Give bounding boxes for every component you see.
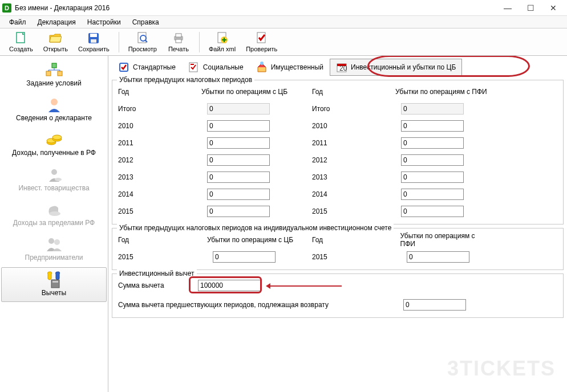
group-iis-losses: Убытки предыдущих налоговых периодов на … xyxy=(112,228,564,270)
checkbox-icon xyxy=(118,62,129,73)
menu-file[interactable]: Файл xyxy=(3,17,32,27)
close-button[interactable]: ✕ xyxy=(542,0,565,16)
svg-point-20 xyxy=(52,135,62,140)
check-button[interactable]: Проверить xyxy=(242,31,281,54)
create-button[interactable]: Создать xyxy=(6,31,37,54)
xml-icon xyxy=(216,32,229,44)
svg-rect-13 xyxy=(52,63,56,68)
year-cb-2015: 2015 xyxy=(118,207,144,215)
menu-declaration[interactable]: Декларация xyxy=(32,17,82,27)
income-abroad-icon xyxy=(44,201,64,218)
open-button[interactable]: Открыть xyxy=(40,31,71,54)
preview-icon xyxy=(136,32,149,44)
total-pfi-input xyxy=(401,103,464,115)
svg-text:20: 20 xyxy=(339,64,347,72)
year-cb-2014: 2014 xyxy=(118,190,144,198)
tab-social[interactable]: Социальные xyxy=(182,59,250,76)
svg-rect-3 xyxy=(91,39,96,43)
main-area: Задание условий Сведения о декларанте До… xyxy=(0,56,567,392)
nav-invest-partner[interactable]: Инвест. товарищества xyxy=(1,163,107,197)
year-cb-2011: 2011 xyxy=(118,139,144,147)
house-icon xyxy=(256,62,268,73)
group-iis-title: Убытки предыдущих налоговых периодов на … xyxy=(117,224,394,232)
cb-input-2011[interactable] xyxy=(207,137,270,149)
deduction-sum-input[interactable] xyxy=(198,280,261,291)
save-button[interactable]: Сохранить xyxy=(75,31,113,54)
check-icon xyxy=(256,32,268,44)
cb-input-2012[interactable] xyxy=(207,154,270,166)
svg-point-24 xyxy=(48,238,54,244)
tab-investment[interactable]: 20 Инвестиционный и убытки по ЦБ xyxy=(330,59,462,76)
new-file-icon xyxy=(15,32,27,44)
menu-help[interactable]: Справка xyxy=(127,17,165,27)
tab-property[interactable]: Имущественный xyxy=(250,59,330,76)
year-pfi-2012: 2012 xyxy=(312,156,338,164)
maximize-button[interactable]: ☐ xyxy=(519,0,542,16)
annotation-arrow xyxy=(268,285,342,287)
left-nav: Задание условий Сведения о декларанте До… xyxy=(0,56,108,392)
pfi-input-2013[interactable] xyxy=(401,172,464,183)
tabstrip: Стандартные Социальные Имущественный 20 … xyxy=(112,58,564,76)
iis-year-cb: 2015 xyxy=(118,253,144,261)
coins-icon xyxy=(44,131,64,148)
total-cb-input xyxy=(207,103,270,115)
nav-entrepreneurs[interactable]: Предприниматели xyxy=(1,232,107,266)
cb-input-2010[interactable] xyxy=(207,120,270,132)
svg-rect-30 xyxy=(191,64,194,65)
menubar: Файл Декларация Настройки Справка xyxy=(0,16,567,28)
year-header-cb: Год xyxy=(118,88,144,96)
iis-pfi-input[interactable] xyxy=(407,251,469,263)
toolbar: Создать Открыть Сохранить Просмотр Печат… xyxy=(0,28,567,56)
conditions-icon xyxy=(44,62,64,79)
pfi-input-2011[interactable] xyxy=(401,137,464,149)
svg-rect-12 xyxy=(257,32,265,43)
nav-income-rf[interactable]: Доходы, полученные в РФ xyxy=(1,128,107,161)
app-icon: D xyxy=(2,3,11,13)
tab-standard[interactable]: Стандартные xyxy=(112,59,182,76)
svg-point-31 xyxy=(260,62,264,65)
pfi-losses-header: Убытки по операциям с ПФИ xyxy=(395,88,487,96)
deduction-prev-label: Сумма вычета предшествующих периодов, по… xyxy=(118,301,346,309)
iis-cb-input[interactable] xyxy=(213,251,276,263)
nav-conditions[interactable]: Задание условий xyxy=(1,58,107,92)
svg-point-22 xyxy=(55,178,62,181)
xml-button[interactable]: Файл xml xyxy=(205,31,239,54)
cb-input-2014[interactable] xyxy=(207,189,270,200)
year-pfi-2015: 2015 xyxy=(312,207,338,215)
svg-rect-8 xyxy=(176,34,181,37)
entrepreneurs-icon xyxy=(44,236,64,253)
group-investment-deduction: Инвестиционный вычет Сумма вычета Сумма … xyxy=(112,273,564,318)
pfi-input-2015[interactable] xyxy=(401,206,464,217)
svg-rect-27 xyxy=(52,281,58,283)
invest-partner-icon xyxy=(44,166,64,183)
svg-rect-14 xyxy=(46,71,51,76)
year-header-pfi: Год xyxy=(312,88,338,96)
svg-point-23 xyxy=(49,211,60,216)
year-pfi-2013: 2013 xyxy=(312,173,338,181)
pfi-input-2010[interactable] xyxy=(401,120,464,132)
save-icon xyxy=(87,32,100,44)
preview-button[interactable]: Просмотр xyxy=(125,31,160,54)
deduction-prev-input[interactable] xyxy=(403,299,466,311)
svg-point-21 xyxy=(51,169,57,175)
nav-income-abroad[interactable]: Доходы за пределами РФ xyxy=(1,198,107,231)
print-button[interactable]: Печать xyxy=(164,31,193,54)
cb-input-2013[interactable] xyxy=(207,172,270,183)
pfi-input-2014[interactable] xyxy=(401,189,464,200)
nav-deductions[interactable]: Вычеты xyxy=(1,267,107,302)
svg-rect-9 xyxy=(176,39,181,43)
svg-point-25 xyxy=(54,239,60,245)
year-cb-2013: 2013 xyxy=(118,173,144,181)
content-panel: Стандартные Социальные Имущественный 20 … xyxy=(108,56,567,392)
svg-rect-15 xyxy=(58,71,62,76)
group-invest-deduction-title: Инвестиционный вычет xyxy=(117,270,197,277)
cb-input-2015[interactable] xyxy=(207,206,270,217)
group-prior-losses-title: Убытки предыдущих налоговых периодов xyxy=(117,76,254,84)
pfi-input-2012[interactable] xyxy=(401,154,464,166)
minimize-button[interactable]: — xyxy=(496,0,519,16)
deduction-sum-label: Сумма вычета xyxy=(118,281,192,289)
nav-declarant[interactable]: Сведения о декларанте xyxy=(1,93,107,126)
group-prior-losses: Убытки предыдущих налоговых периодов Год… xyxy=(112,80,564,224)
menu-settings[interactable]: Настройки xyxy=(82,17,127,27)
year-cb-2012: 2012 xyxy=(118,156,144,164)
